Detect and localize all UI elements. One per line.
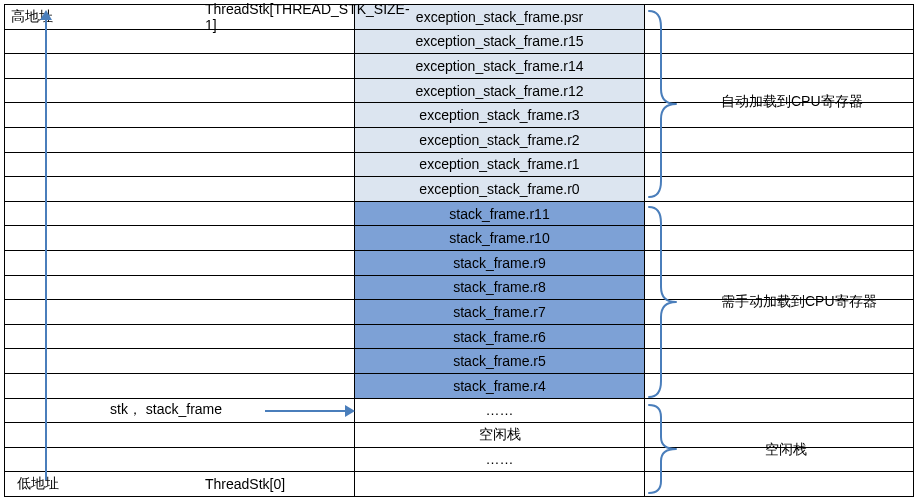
stk-pointer-label: stk， stack_frame bbox=[110, 401, 222, 419]
left-cell bbox=[5, 423, 355, 447]
anno-cell bbox=[645, 226, 913, 250]
left-cell bbox=[5, 54, 355, 78]
stack-cell: stack_frame.r9 bbox=[355, 251, 645, 275]
stack-cell: exception_stack_frame.r14 bbox=[355, 54, 645, 78]
stack-cell: stack_frame.r6 bbox=[355, 325, 645, 349]
left-cell bbox=[5, 202, 355, 226]
stack-cell: 空闲栈 bbox=[355, 423, 645, 447]
left-cell bbox=[5, 349, 355, 373]
left-cell bbox=[5, 325, 355, 349]
table-row: stack_frame.r10 bbox=[5, 226, 913, 251]
anno-cell bbox=[645, 202, 913, 226]
direction-arrow-vertical bbox=[45, 16, 47, 480]
left-cell bbox=[5, 276, 355, 300]
annotation-manual: 需手动加载到CPU寄存器 bbox=[721, 293, 877, 311]
table-row: exception_stack_frame.r15 bbox=[5, 30, 913, 55]
left-cell bbox=[5, 103, 355, 127]
table-row: exception_stack_frame.r0 bbox=[5, 177, 913, 202]
stack-cell: exception_stack_frame.r12 bbox=[355, 79, 645, 103]
high-slot-label: ThreadStk[THREAD_STK_SIZE-1] bbox=[205, 1, 410, 33]
arrow-right-icon bbox=[345, 405, 355, 417]
annotation-free: 空闲栈 bbox=[765, 441, 807, 459]
left-cell bbox=[5, 30, 355, 54]
anno-cell bbox=[645, 153, 913, 177]
low-address-label: 低地址 bbox=[17, 475, 59, 493]
table-row: stack_frame.r6 bbox=[5, 325, 913, 350]
left-cell bbox=[5, 374, 355, 398]
left-cell bbox=[5, 251, 355, 275]
left-cell: 低地址 ThreadStk[0] bbox=[5, 472, 355, 496]
anno-cell bbox=[645, 349, 913, 373]
stack-cell: stack_frame.r5 bbox=[355, 349, 645, 373]
stack-cell: exception_stack_frame.r2 bbox=[355, 128, 645, 152]
anno-cell bbox=[645, 5, 913, 29]
stack-cell: stack_frame.r4 bbox=[355, 374, 645, 398]
left-cell bbox=[5, 128, 355, 152]
anno-cell bbox=[645, 472, 913, 496]
stack-cell: stack_frame.r7 bbox=[355, 300, 645, 324]
table-row: stack_frame.r4 bbox=[5, 374, 913, 399]
stack-cell: exception_stack_frame.r0 bbox=[355, 177, 645, 201]
left-cell bbox=[5, 153, 355, 177]
low-slot-label: ThreadStk[0] bbox=[205, 476, 285, 492]
anno-cell bbox=[645, 177, 913, 201]
table-row: stack_frame.r9 bbox=[5, 251, 913, 276]
stk-pointer-arrow bbox=[265, 410, 347, 412]
stack-cell bbox=[355, 472, 645, 496]
table-row: exception_stack_frame.r1 bbox=[5, 153, 913, 178]
table-row: stk， stack_frame …… bbox=[5, 399, 913, 424]
anno-cell bbox=[645, 54, 913, 78]
left-cell bbox=[5, 79, 355, 103]
left-cell bbox=[5, 226, 355, 250]
left-cell bbox=[5, 177, 355, 201]
anno-cell bbox=[645, 30, 913, 54]
table-row: 低地址 ThreadStk[0] bbox=[5, 472, 913, 497]
stack-cell: stack_frame.r11 bbox=[355, 202, 645, 226]
anno-cell bbox=[645, 128, 913, 152]
stack-cell: exception_stack_frame.r1 bbox=[355, 153, 645, 177]
left-cell bbox=[5, 300, 355, 324]
left-cell bbox=[5, 448, 355, 472]
table-row: stack_frame.r11 bbox=[5, 202, 913, 227]
stack-cell: …… bbox=[355, 399, 645, 423]
stack-cell: stack_frame.r10 bbox=[355, 226, 645, 250]
annotation-auto: 自动加载到CPU寄存器 bbox=[721, 93, 863, 111]
table-row: stack_frame.r5 bbox=[5, 349, 913, 374]
anno-cell bbox=[645, 374, 913, 398]
stack-cell: exception_stack_frame.r3 bbox=[355, 103, 645, 127]
anno-cell bbox=[645, 325, 913, 349]
stack-cell: exception_stack_frame.r15 bbox=[355, 30, 645, 54]
arrow-up-icon bbox=[40, 10, 52, 20]
stack-cell: …… bbox=[355, 448, 645, 472]
anno-cell bbox=[645, 399, 913, 423]
anno-cell bbox=[645, 251, 913, 275]
stack-layout-diagram: 高地址 ThreadStk[THREAD_STK_SIZE-1] excepti… bbox=[4, 4, 914, 497]
table-row: exception_stack_frame.r2 bbox=[5, 128, 913, 153]
left-cell: 高地址 ThreadStk[THREAD_STK_SIZE-1] bbox=[5, 5, 355, 29]
table-row: 高地址 ThreadStk[THREAD_STK_SIZE-1] excepti… bbox=[5, 5, 913, 30]
table-row: exception_stack_frame.r14 bbox=[5, 54, 913, 79]
stack-cell: stack_frame.r8 bbox=[355, 276, 645, 300]
